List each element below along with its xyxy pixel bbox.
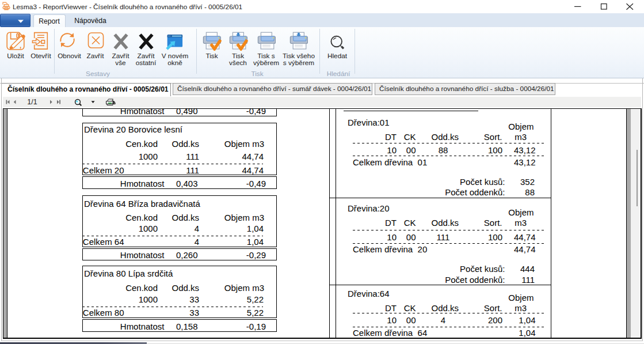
svg-text:1/1: 1/1 xyxy=(27,98,37,106)
